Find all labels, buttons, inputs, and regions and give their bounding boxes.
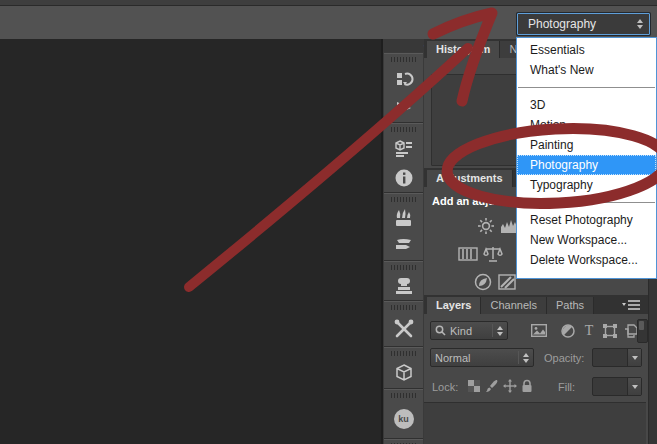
- actions-icon[interactable]: [389, 93, 419, 122]
- up-down-arrows-icon: [637, 19, 643, 29]
- workspace-menu: Essentials What's New 3D Motion Painting…: [516, 37, 657, 279]
- brightness-contrast-icon[interactable]: [476, 217, 496, 235]
- photoshop-window: «: [0, 0, 657, 444]
- tab-paths[interactable]: Paths: [547, 297, 594, 314]
- opacity-dropdown-icon[interactable]: [627, 349, 641, 366]
- kuler-icon[interactable]: ku: [389, 400, 419, 438]
- up-down-arrows-icon: [492, 324, 503, 337]
- tab-histogram[interactable]: Histogram: [427, 41, 500, 58]
- menu-item-motion[interactable]: Motion: [517, 115, 656, 135]
- gradient-map-icon[interactable]: [497, 273, 517, 291]
- tab-channels[interactable]: Channels: [481, 297, 546, 314]
- kind-filter-label: Kind: [450, 325, 472, 337]
- strip-group-tools: [384, 301, 423, 347]
- adjustment-layer-filter-icon[interactable]: [558, 321, 578, 340]
- info-icon[interactable]: [389, 163, 419, 192]
- layers-tabbar: Layers Channels Paths: [424, 295, 648, 314]
- blend-mode-select[interactable]: Normal: [430, 348, 534, 367]
- strip-group-partial: [384, 439, 423, 444]
- menu-item-reset-photography[interactable]: Reset Photography: [517, 210, 656, 230]
- drag-grip[interactable]: [391, 197, 417, 202]
- pixel-layer-filter-icon[interactable]: [529, 321, 549, 340]
- lock-all-icon[interactable]: [519, 377, 535, 395]
- document-canvas-area: [0, 39, 383, 444]
- strip-group-clone: [384, 261, 423, 301]
- panel-menu-icon[interactable]: [622, 300, 640, 310]
- 3d-icon[interactable]: [389, 358, 419, 388]
- menu-item-painting[interactable]: Painting: [517, 135, 656, 155]
- strip-group-kuler: ku: [384, 389, 423, 439]
- lock-transparency-icon[interactable]: [466, 377, 482, 395]
- clone-source-icon[interactable]: [389, 272, 419, 300]
- drag-grip[interactable]: [391, 393, 417, 398]
- workspace-switcher-value: Photography: [528, 17, 596, 31]
- search-icon: [435, 325, 446, 336]
- layers-panel: Layers Channels Paths Kind: [424, 295, 648, 444]
- collapsed-panel-icon-strip: ku: [383, 52, 424, 444]
- menu-item-delete-workspace[interactable]: Delete Workspace...: [517, 250, 656, 270]
- lock-label: Lock:: [432, 381, 458, 393]
- strip-group-brushes: [384, 193, 423, 261]
- type-filter-glyph: T: [585, 323, 594, 339]
- menu-item-new-workspace[interactable]: New Workspace...: [517, 230, 656, 250]
- brush-presets-icon[interactable]: [389, 204, 419, 232]
- fill-field[interactable]: [592, 377, 642, 396]
- hue-saturation-icon[interactable]: [473, 273, 493, 291]
- menu-separator: [518, 202, 655, 203]
- strip-group-materials-info: [384, 123, 423, 193]
- strip-group-history: [384, 53, 423, 123]
- drag-grip[interactable]: [391, 265, 417, 270]
- filter-toggle[interactable]: [637, 319, 648, 343]
- drag-grip[interactable]: [391, 57, 417, 62]
- lock-paint-icon[interactable]: [484, 377, 500, 395]
- strip-group-3d: [384, 347, 423, 389]
- workspace-switcher-button[interactable]: Photography: [517, 13, 650, 35]
- color-balance-icon[interactable]: [483, 245, 503, 263]
- photo-filter-icon[interactable]: [458, 245, 478, 263]
- menu-item-3d[interactable]: 3D: [517, 95, 656, 115]
- fill-dropdown-icon[interactable]: [627, 378, 641, 395]
- tab-adjustments[interactable]: Adjustments: [427, 170, 513, 187]
- up-down-arrows-icon: [518, 351, 529, 364]
- menu-item-typography[interactable]: Typography: [517, 175, 656, 195]
- drag-grip[interactable]: [391, 351, 417, 356]
- history-icon[interactable]: [389, 64, 419, 93]
- tools-icon[interactable]: [389, 312, 419, 346]
- menu-item-whats-new[interactable]: What's New: [517, 60, 656, 80]
- kuler-badge-label: ku: [394, 409, 414, 429]
- menu-item-photography[interactable]: Photography: [517, 155, 656, 175]
- drag-grip[interactable]: [391, 127, 417, 132]
- menu-separator: [518, 87, 655, 88]
- shape-layer-filter-icon[interactable]: [600, 321, 620, 340]
- layers-list-area: [424, 402, 646, 444]
- layer-filter-kind-select[interactable]: Kind: [430, 321, 508, 340]
- opacity-label: Opacity:: [544, 352, 584, 364]
- opacity-field[interactable]: [592, 348, 642, 367]
- blend-mode-value: Normal: [435, 352, 470, 364]
- materials-icon[interactable]: [389, 134, 419, 163]
- fill-label: Fill:: [558, 381, 575, 393]
- drag-grip[interactable]: [391, 305, 417, 310]
- tool-presets-icon[interactable]: [389, 232, 419, 260]
- type-layer-filter-icon[interactable]: T: [579, 321, 599, 340]
- lock-position-icon[interactable]: [502, 377, 518, 395]
- tab-layers[interactable]: Layers: [427, 297, 481, 314]
- menu-item-essentials[interactable]: Essentials: [517, 40, 656, 60]
